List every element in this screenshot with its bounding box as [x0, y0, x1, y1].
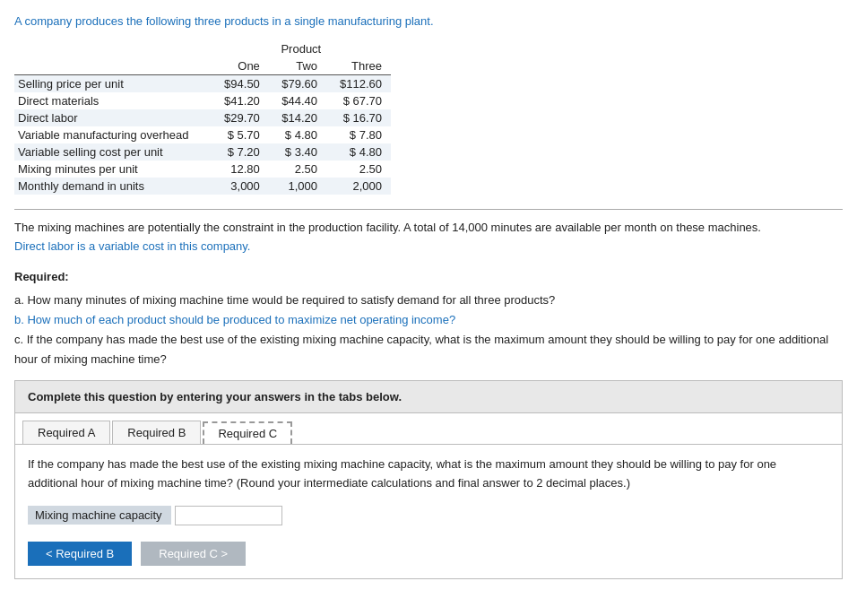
required-section: Required: a. How many minutes of mixing …: [14, 267, 843, 369]
tab-question: If the company has made the best use of …: [28, 455, 829, 493]
answer-row: Mixing machine capacity: [28, 506, 829, 525]
tab-question-text: If the company has made the best use of …: [28, 457, 776, 490]
table-row-label: Direct labor: [14, 109, 212, 126]
required-title: Required:: [14, 267, 843, 287]
table-row-label: Mixing minutes per unit: [14, 161, 212, 178]
table-cell: $ 16.70: [326, 109, 391, 126]
table-label-header: [14, 57, 212, 75]
table-cell: 12.80: [212, 161, 269, 178]
table-row-label: Monthly demand in units: [14, 178, 212, 195]
product-table-wrapper: Product One Two Three Selling price per …: [14, 40, 843, 195]
intro-text: A company produces the following three p…: [14, 14, 843, 28]
table-cell: $14.20: [269, 109, 326, 126]
tab-content: If the company has made the best use of …: [15, 445, 842, 578]
table-cell: 3,000: [212, 178, 269, 195]
required-item-b: b. How much of each product should be pr…: [14, 310, 843, 330]
table-row-label: Direct materials: [14, 92, 212, 109]
table-cell: 2.50: [269, 161, 326, 178]
tab-req-b[interactable]: Required B: [112, 421, 201, 444]
table-row-label: Variable selling cost per unit: [14, 143, 212, 161]
tab-req-c[interactable]: Required C: [203, 421, 292, 444]
complete-box: Complete this question by entering your …: [14, 380, 843, 413]
table-cell: 2,000: [326, 178, 391, 195]
table-cell: $112.60: [326, 75, 391, 93]
table-cell: $ 4.80: [269, 126, 326, 143]
table-col-one: One: [212, 57, 269, 75]
table-cell: $29.70: [212, 109, 269, 126]
separator: [14, 209, 843, 210]
next-button[interactable]: Required C >: [141, 542, 246, 566]
tabs-container: Required ARequired BRequired C If the co…: [14, 413, 843, 579]
table-cell: $44.40: [269, 92, 326, 109]
table-cell: 1,000: [269, 178, 326, 195]
description-line1: The mixing machines are potentially the …: [14, 219, 843, 238]
answer-label: Mixing machine capacity: [28, 506, 171, 525]
table-cell: $94.50: [212, 75, 269, 93]
table-cell: $ 5.70: [212, 126, 269, 143]
required-item-c: c. If the company has made the best use …: [14, 330, 843, 369]
table-product-header: Product: [212, 40, 391, 57]
tabs-row: Required ARequired BRequired C: [15, 413, 842, 445]
table-cell: $79.60: [269, 75, 326, 93]
product-table: Product One Two Three Selling price per …: [14, 40, 391, 195]
prev-button[interactable]: < Required B: [28, 542, 132, 566]
table-cell: $ 67.70: [326, 92, 391, 109]
table-cell: $ 4.80: [326, 143, 391, 161]
table-cell: $ 7.20: [212, 143, 269, 161]
nav-buttons: < Required B Required C >: [28, 542, 829, 566]
table-empty-header: [14, 40, 212, 57]
required-item-a: a. How many minutes of mixing machine ti…: [14, 291, 843, 310]
table-col-two: Two: [269, 57, 326, 75]
description-line2: Direct labor is a variable cost in this …: [14, 238, 843, 256]
table-cell: 2.50: [326, 161, 391, 178]
table-cell: $ 7.80: [326, 126, 391, 143]
answer-input[interactable]: [175, 506, 282, 525]
table-col-three: Three: [326, 57, 391, 75]
table-row-label: Variable manufacturing overhead: [14, 126, 212, 143]
tab-req-a[interactable]: Required A: [22, 421, 110, 444]
table-row-label: Selling price per unit: [14, 75, 212, 93]
table-cell: $ 3.40: [269, 143, 326, 161]
description-block: The mixing machines are potentially the …: [14, 219, 843, 256]
table-cell: $41.20: [212, 92, 269, 109]
